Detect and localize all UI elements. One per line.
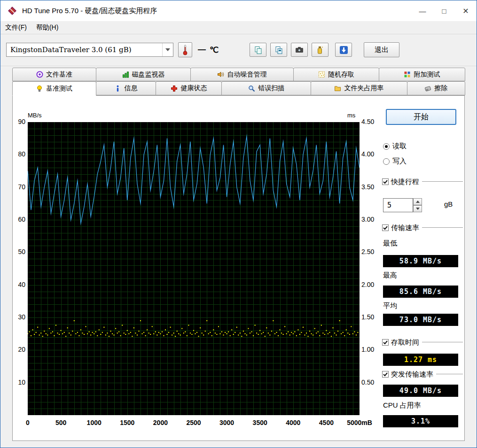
copy-image-button[interactable] [270, 43, 287, 57]
axis-tick: 4500 [319, 419, 334, 426]
menu-bar: 文件(F) 帮助(H) [0, 21, 477, 34]
benchmark-controls-panel: 开始 读取 写入 快捷行程 gB [382, 96, 463, 441]
tab-extra-tests[interactable]: 附加测试 [379, 68, 465, 81]
axis-tick: 30 [13, 313, 25, 321]
max-value-display: 85.6 MB/s [383, 286, 458, 298]
tab-label: 信息 [124, 84, 137, 93]
tab-erase[interactable]: 擦除 [407, 81, 465, 95]
temperature-button[interactable] [178, 42, 192, 57]
axis-tick: 0 [26, 419, 30, 426]
axis-tick: 20 [13, 346, 25, 353]
tab-folder-usage[interactable]: 文件夹占用率 [311, 81, 407, 95]
error-scan-icon [248, 85, 255, 92]
access-time-label: 存取时间 [391, 338, 419, 347]
tab-label: 健康状态 [180, 84, 207, 93]
cpu-usage-display: 3.1% [383, 415, 458, 427]
axis-tick: 500 [55, 419, 66, 426]
write-radio-row[interactable]: 写入 [383, 157, 407, 166]
transfer-rate-checkbox-row[interactable]: 传输速率 [382, 223, 422, 233]
spray-icon [317, 46, 323, 54]
short-stroke-input[interactable] [383, 198, 413, 212]
folder-usage-icon [334, 85, 341, 92]
min-value-display: 58.9 MB/s [383, 255, 458, 267]
stepper-down-button[interactable] [413, 205, 422, 212]
axis-tick: 60 [13, 216, 25, 223]
exit-button[interactable]: 退出 [364, 42, 399, 57]
short-stroke-unit: gB [444, 200, 453, 208]
tab-label: 文件夹占用率 [344, 84, 383, 93]
tab-label: 自动噪音管理 [227, 70, 266, 79]
tab-benchmark[interactable]: 基准测试 [12, 81, 96, 96]
thermometer-icon [182, 44, 188, 55]
tab-row-1: 文件基准 磁盘监视器 自动噪音管理 随机存取 [12, 68, 465, 81]
short-stroke-checkbox-row[interactable]: 快捷行程 [382, 177, 422, 187]
axis-tick: 3.50 [361, 183, 374, 191]
tab-label: 磁盘监视器 [132, 70, 165, 79]
transfer-rate-section: 传输速率 [382, 223, 463, 233]
screenshot-button[interactable] [291, 43, 308, 57]
right-axis-title: ms [347, 112, 355, 119]
tab-label: 附加测试 [414, 70, 440, 79]
burst-rate-label: 突发传输速率 [391, 370, 433, 379]
menu-file[interactable]: 文件(F) [0, 21, 31, 34]
checked-checkbox-icon[interactable] [382, 371, 389, 378]
tab-error-scan[interactable]: 错误扫描 [221, 81, 311, 95]
tab-label: 错误扫描 [258, 84, 284, 93]
checked-checkbox-icon[interactable] [382, 339, 389, 346]
tab-strip: 文件基准 磁盘监视器 自动噪音管理 随机存取 [12, 68, 465, 95]
toolbar: KingstonDataTraveler 3.0 (61 gB) — ℃ [0, 35, 477, 66]
minimize-button[interactable]: — [412, 0, 433, 21]
write-radio[interactable] [383, 158, 390, 165]
transfer-rate-label: 传输速率 [391, 224, 419, 232]
copy-text-button[interactable] [250, 43, 266, 57]
start-button[interactable]: 开始 [386, 109, 456, 125]
left-axis-title: MB/s [28, 112, 42, 119]
read-radio-row[interactable]: 读取 [383, 142, 407, 151]
read-radio[interactable] [383, 143, 390, 150]
title-bar: HD Tune Pro 5.70 - 硬盘/固态硬盘实用程序 — □ ✕ [0, 0, 477, 21]
access-time-checkbox-row[interactable]: 存取时间 [382, 337, 422, 348]
tab-random-access[interactable]: 随机存取 [293, 68, 379, 81]
tab-health[interactable]: 健康状态 [156, 81, 222, 95]
axis-tick: 90 [13, 118, 25, 125]
axis-tick: 4.50 [361, 118, 374, 125]
maximize-button[interactable]: □ [433, 0, 455, 21]
cpu-usage-label: CPU 占用率 [383, 401, 421, 410]
window-title: HD Tune Pro 5.70 - 硬盘/固态硬盘实用程序 [22, 0, 157, 21]
axis-tick: 5000mB [347, 419, 372, 426]
copy-image-icon [275, 46, 283, 54]
burst-rate-display: 49.0 MB/s [383, 385, 458, 397]
health-icon [171, 85, 178, 92]
download-button[interactable] [335, 43, 352, 57]
close-button[interactable]: ✕ [455, 0, 477, 21]
checked-checkbox-icon[interactable] [382, 224, 389, 231]
burst-rate-checkbox-row[interactable]: 突发传输速率 [382, 369, 436, 379]
access-time-display: 1.27 ms [383, 354, 458, 366]
axis-tick: 70 [13, 183, 25, 191]
app-window: HD Tune Pro 5.70 - 硬盘/固态硬盘实用程序 — □ ✕ 文件(… [0, 0, 477, 448]
axis-tick: 2.50 [361, 248, 374, 255]
short-stroke-section: 快捷行程 [382, 177, 463, 187]
short-stroke-stepper [413, 198, 422, 212]
tab-file-benchmark[interactable]: 文件基准 [12, 68, 96, 81]
axis-tick: 50 [13, 248, 25, 255]
download-icon [339, 46, 348, 54]
camera-icon [295, 46, 304, 53]
burst-rate-section: 突发传输速率 [382, 369, 463, 379]
stepper-up-button[interactable] [413, 198, 422, 205]
max-label: 最高 [383, 271, 397, 280]
drive-select[interactable]: KingstonDataTraveler 3.0 (61 gB) [6, 43, 173, 57]
info-icon [114, 85, 121, 92]
copy-text-icon [254, 46, 262, 54]
tab-disk-monitor[interactable]: 磁盘监视器 [96, 68, 191, 81]
tab-noise-management[interactable]: 自动噪音管理 [190, 68, 294, 81]
avg-label: 平均 [383, 301, 397, 310]
menu-help[interactable]: 帮助(H) [31, 21, 63, 34]
drive-select-value: KingstonDataTraveler 3.0 (61 gB) [7, 46, 162, 54]
chevron-down-icon[interactable] [162, 43, 173, 56]
axis-tick: 80 [13, 150, 25, 158]
spray-button[interactable] [312, 43, 328, 57]
axis-tick: 3500 [253, 419, 267, 426]
checked-checkbox-icon[interactable] [382, 178, 389, 185]
tab-info[interactable]: 信息 [96, 81, 156, 95]
